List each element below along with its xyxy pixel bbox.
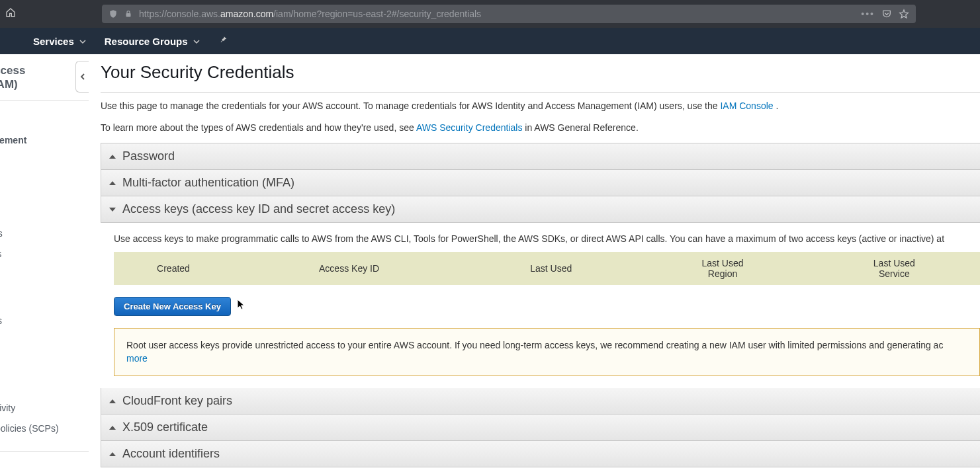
sidebar-item[interactable]: zers [0, 331, 89, 352]
accordion-cloudfront-label: CloudFront key pairs [122, 394, 232, 408]
services-label: Services [33, 36, 74, 47]
accordion-access-keys-label: Access keys (access key ID and secret ac… [122, 202, 395, 216]
page-title: Your Security Credentials [101, 62, 980, 83]
credentials-accordion: Password Multi-factor authentication (MF… [101, 143, 980, 467]
main-content: Your Security Credentials Use this page … [89, 54, 980, 476]
accordion-password-label: Password [122, 149, 175, 163]
sidebar-item[interactable]: ontrol policies (SCPs) [0, 418, 89, 439]
browser-chrome: https://console.aws.amazon.com/iam/home?… [0, 0, 980, 28]
svg-rect-0 [126, 13, 131, 17]
home-icon[interactable] [5, 7, 16, 20]
chevron-down-icon [193, 39, 200, 44]
aws-top-nav: Services Resource Groups [0, 28, 980, 54]
resource-groups-menu[interactable]: Resource Groups [105, 36, 200, 47]
col-last-used: Last Used [465, 252, 637, 285]
services-menu[interactable]: Services [33, 36, 86, 47]
accordion-mfa[interactable]: Multi-factor authentication (MFA) [101, 170, 980, 196]
sidebar-item[interactable]: l report [0, 377, 89, 398]
sidebar-item[interactable]: gs [0, 352, 89, 372]
sidebar-item[interactable]: settings [0, 244, 89, 264]
sidebar-item[interactable]: management [0, 130, 89, 151]
accordion-account-identifiers[interactable]: Account identifiers [101, 441, 980, 467]
caret-up-icon [109, 155, 116, 159]
shield-icon [109, 9, 118, 19]
star-icon[interactable] [899, 9, 909, 19]
chevron-down-icon [79, 39, 86, 44]
url-text: https://console.aws.amazon.com/iam/home?… [139, 9, 481, 19]
caret-up-icon [109, 452, 116, 456]
sidebar-collapse-toggle[interactable] [75, 61, 89, 93]
accordion-x509-label: X.509 certificate [122, 420, 208, 434]
intro2-text: To learn more about the types of AWS cre… [101, 122, 416, 133]
col-created: Created [114, 252, 233, 285]
accordion-x509[interactable]: X.509 certificate [101, 415, 980, 441]
accordion-cloudfront[interactable]: CloudFront key pairs [101, 388, 980, 415]
url-suffix: /iam/home?region=us-east-2#/security_cre… [273, 9, 481, 19]
sidebar-item[interactable]: roviders [0, 223, 89, 244]
resource-groups-label: Resource Groups [105, 36, 188, 47]
access-keys-panel: Use access keys to make programmatic cal… [101, 223, 980, 388]
pocket-icon[interactable] [881, 9, 892, 19]
caret-up-icon [109, 399, 116, 403]
sidebar-item[interactable]: eports [0, 270, 89, 290]
accordion-access-keys[interactable]: Access keys (access key ID and secret ac… [101, 196, 980, 223]
sidebar-item[interactable]: rd [0, 110, 89, 130]
sidebar-item[interactable]: tion activity [0, 398, 89, 418]
url-prefix: https://console.aws. [139, 9, 220, 19]
col-access-key-id: Access Key ID [233, 252, 465, 285]
accordion-account-label: Account identifiers [122, 447, 220, 461]
sidebar-nav: rd management roviders settings eports n… [0, 110, 89, 452]
col-last-used-region: Last Used Region [637, 252, 808, 285]
intro1-text: Use this page to manage the credentials … [101, 100, 720, 111]
access-keys-table: Created Access Key ID Last Used Last Use… [114, 252, 980, 285]
iam-console-link[interactable]: IAM Console [720, 100, 773, 111]
url-bar[interactable]: https://console.aws.amazon.com/iam/home?… [102, 5, 916, 23]
intro-2: To learn more about the types of AWS cre… [101, 121, 980, 135]
warning-text: Root user access keys provide unrestrict… [126, 340, 943, 350]
lock-icon [124, 10, 132, 18]
caret-up-icon [109, 426, 116, 430]
sidebar-item[interactable]: ve rules [0, 311, 89, 331]
col-last-used-service: Last Used Service [809, 252, 980, 285]
root-key-warning: Root user access keys provide unrestrict… [114, 328, 980, 376]
accordion-password[interactable]: Password [101, 143, 980, 170]
intro-1: Use this page to manage the credentials … [101, 99, 980, 113]
intro1-tail: . [776, 100, 778, 111]
chevron-left-icon [80, 73, 85, 80]
caret-down-icon [109, 208, 116, 212]
sidebar: nd Access ent (IAM) rd management rovide… [0, 54, 89, 476]
accordion-mfa-label: Multi-factor authentication (MFA) [122, 176, 294, 190]
aws-security-credentials-link[interactable]: AWS Security Credentials [416, 122, 523, 133]
caret-up-icon [109, 181, 116, 185]
pin-icon[interactable] [218, 35, 228, 47]
learn-more-link[interactable]: more [126, 353, 148, 364]
sidebar-item[interactable]: nalyzer [0, 290, 89, 311]
intro2-tail: in AWS General Reference. [525, 122, 638, 133]
url-host: amazon.com [220, 9, 273, 19]
create-new-access-key-button[interactable]: Create New Access Key [114, 297, 231, 316]
more-icon[interactable]: ••• [861, 9, 875, 19]
access-keys-description: Use access keys to make programmatic cal… [114, 233, 980, 244]
sidebar-title-line2: ent (IAM) [0, 78, 18, 91]
sidebar-title-line1: nd Access [0, 64, 25, 77]
